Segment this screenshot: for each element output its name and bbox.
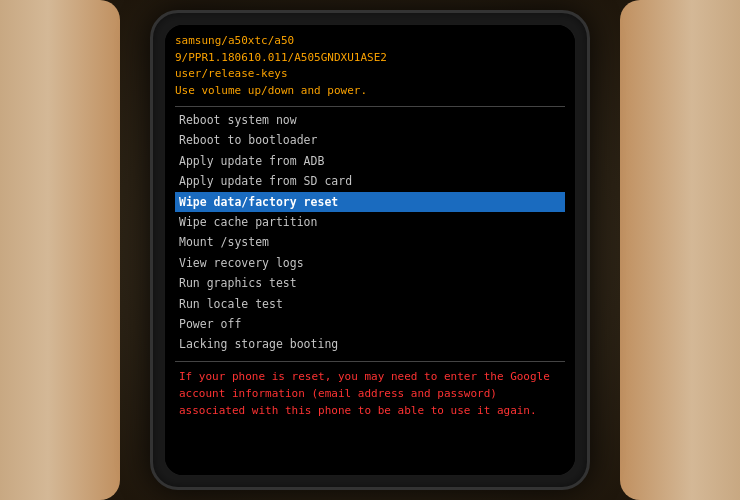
menu-item-10[interactable]: Power off xyxy=(175,314,565,334)
menu-item-6[interactable]: Mount /system xyxy=(175,232,565,252)
scene: samsung/a50xtc/a50 9/PPR1.180610.011/A50… xyxy=(0,0,740,500)
hand-left xyxy=(0,0,120,500)
menu-item-4[interactable]: Wipe data/factory reset xyxy=(175,192,565,212)
menu-list: Reboot system nowReboot to bootloaderApp… xyxy=(175,110,565,355)
header-line3: user/release-keys xyxy=(175,66,565,83)
header-divider xyxy=(175,106,565,107)
header-line4: Use volume up/down and power. xyxy=(175,83,565,100)
menu-item-8[interactable]: Run graphics test xyxy=(175,273,565,293)
menu-item-7[interactable]: View recovery logs xyxy=(175,253,565,273)
menu-item-5[interactable]: Wipe cache partition xyxy=(175,212,565,232)
menu-item-9[interactable]: Run locale test xyxy=(175,294,565,314)
phone-body: samsung/a50xtc/a50 9/PPR1.180610.011/A50… xyxy=(150,10,590,490)
phone-screen-bezel: samsung/a50xtc/a50 9/PPR1.180610.011/A50… xyxy=(165,25,575,475)
header-line1: samsung/a50xtc/a50 xyxy=(175,33,565,50)
menu-item-3[interactable]: Apply update from SD card xyxy=(175,171,565,191)
hand-right xyxy=(620,0,740,500)
menu-item-0[interactable]: Reboot system now xyxy=(175,110,565,130)
menu-item-11[interactable]: Lacking storage booting xyxy=(175,334,565,354)
header-line2: 9/PPR1.180610.011/A505GNDXU1ASE2 xyxy=(175,50,565,67)
phone-screen: samsung/a50xtc/a50 9/PPR1.180610.011/A50… xyxy=(165,25,575,475)
menu-item-1[interactable]: Reboot to bootloader xyxy=(175,130,565,150)
warning-text: If your phone is reset, you may need to … xyxy=(179,368,565,419)
warning-section: If your phone is reset, you may need to … xyxy=(175,361,565,419)
header-info: samsung/a50xtc/a50 9/PPR1.180610.011/A50… xyxy=(175,33,565,99)
menu-item-2[interactable]: Apply update from ADB xyxy=(175,151,565,171)
